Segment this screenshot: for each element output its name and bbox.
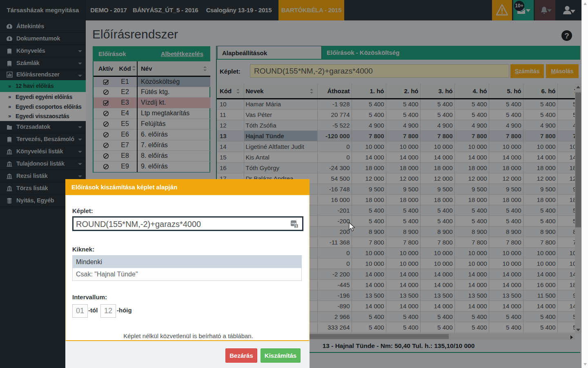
svg-text:1: 1 [295,224,298,228]
